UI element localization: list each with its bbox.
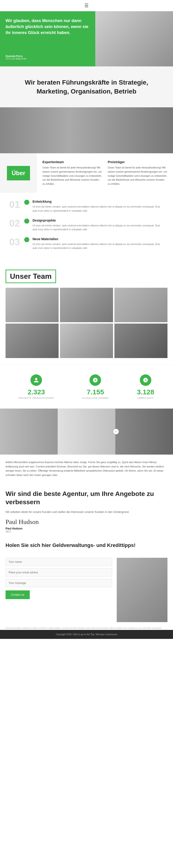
step-3: 03 Neue Materialien Ut eros ad minim ven…	[9, 237, 164, 250]
form-fields: Contact us	[5, 558, 112, 622]
team-photo-5	[60, 323, 113, 358]
gallery-next-arrow[interactable]: ›	[113, 429, 119, 434]
step-1-text: Ut eros ad minim veniam, quis nostrud ex…	[32, 205, 164, 213]
author-name: Dominik Perry	[5, 55, 90, 58]
about-col2-text: Unser Team ist bereit für jede Herausfor…	[108, 166, 168, 186]
team-grid	[5, 288, 168, 358]
about-col-1: Expertenteam Unser Team ist bereit für j…	[43, 160, 102, 186]
step-1-icon	[24, 200, 29, 205]
stat-3-label: ARBEITSZEIT	[137, 397, 154, 399]
money-heading: Holen Sie sich hier Geldverwaltungs- und…	[5, 542, 168, 549]
team-photo-4	[5, 323, 58, 358]
stat-2-icon	[90, 374, 101, 386]
consulting-heading: Wir beraten Führungskräfte in Strategie,…	[9, 78, 164, 96]
header: ☰	[0, 0, 173, 11]
stat-3-number: 3.128	[137, 388, 154, 396]
stat-1: 2.323 PROJEKTE ABGESCHLOSSEN	[19, 374, 54, 399]
team-title: Unser Team	[10, 272, 52, 281]
name-input[interactable]	[5, 558, 112, 566]
agency-section: Wir sind die beste Agentur, um Ihre Ange…	[0, 483, 173, 537]
sig-title: SEO	[5, 530, 168, 533]
team-photo-1	[5, 288, 58, 322]
gallery-img-3	[115, 409, 173, 455]
stat-2: 7.155 GLÜCKLICHE KUNDEN	[82, 374, 109, 399]
team-photo-6	[115, 323, 168, 358]
author-title: CEO und Mitgründer	[5, 58, 90, 60]
about-col1-title: Expertenteam	[43, 160, 102, 164]
message-input[interactable]	[5, 579, 112, 587]
step-2-content: Designprojekte Ut eros ad minim veniam, …	[32, 219, 164, 231]
article-section: Artikel offensichtlich angekommen Expres…	[0, 455, 173, 483]
steps-section: 01 Entwicklung Ut eros ad minim veniam, …	[0, 193, 173, 263]
hero-quote: Wir glauben, dass Menschen nur dann äuße…	[5, 18, 90, 36]
submit-button[interactable]: Contact us	[5, 590, 30, 599]
step-2: 02 Designprojekte Ut eros ad minim venia…	[9, 219, 164, 231]
team-title-box: Unser Team	[5, 270, 56, 283]
money-section: Holen Sie sich hier Geldverwaltungs- und…	[0, 537, 173, 558]
step-1: 01 Entwicklung Ut eros ad minim veniam, …	[9, 200, 164, 213]
team-photo-2	[60, 288, 113, 322]
signature: Paul Hudson	[5, 518, 168, 526]
footer: Copyright 2018. Click to go to the Top. …	[0, 630, 173, 639]
about-columns: Expertenteam Unser Team ist bereit für j…	[37, 153, 173, 193]
about-label: Über	[7, 166, 30, 180]
form-email-field	[5, 568, 112, 577]
step-3-text: Ut eros ad minim veniam, quis nostrud ex…	[32, 242, 164, 250]
article-text: Artikel offensichtlich angekommen Expres…	[5, 460, 168, 477]
form-disclaimer: Eiusmod tempor incididunt ut labore et d…	[0, 627, 173, 630]
stat-2-label: GLÜCKLICHE KUNDEN	[82, 397, 109, 399]
sig-name: Paul Hudson	[5, 527, 168, 530]
stat-1-number: 2.323	[19, 388, 54, 396]
stat-1-label: PROJEKTE ABGESCHLOSSEN	[19, 397, 54, 399]
about-section: Über Expertenteam Unser Team ist bereit …	[0, 153, 173, 193]
gallery-img-1	[0, 409, 58, 455]
about-col1-text: Unser Team ist bereit für jede Herausfor…	[43, 166, 102, 186]
stat-2-number: 7.155	[82, 388, 109, 396]
consulting-section: Wir beraten Führungskräfte in Strategie,…	[0, 66, 173, 107]
form-section: Contact us	[0, 558, 173, 627]
step-3-title: Neue Materialien	[32, 237, 164, 241]
about-label-box: Über	[0, 153, 37, 193]
form-message-field	[5, 579, 112, 587]
step-3-content: Neue Materialien Ut eros ad minim veniam…	[32, 237, 164, 250]
image-banner	[0, 107, 173, 153]
step-2-num: 02	[9, 219, 24, 228]
hero-text-box: Wir glauben, dass Menschen nur dann äuße…	[0, 11, 95, 66]
stat-3: 3.128 ARBEITSZEIT	[137, 374, 154, 399]
gallery-section: ›	[0, 409, 173, 455]
gallery-img-2	[58, 409, 115, 455]
team-section: Unser Team	[0, 263, 173, 365]
agency-heading: Wir sind die beste Agentur, um Ihre Ange…	[5, 490, 168, 506]
step-2-icon	[24, 219, 29, 224]
footer-text: Copyright 2018. Click to go to the Top. …	[56, 633, 117, 636]
agency-text: Wir arbeiten direkt für unsere Kunden un…	[5, 510, 168, 514]
about-col-2: Preisträger Unser Team ist bereit für je…	[108, 160, 168, 186]
step-3-icon	[24, 237, 29, 242]
stats-section: 2.323 PROJEKTE ABGESCHLOSSEN 7.155 GLÜCK…	[0, 365, 173, 409]
step-1-title: Entwicklung	[32, 200, 164, 204]
step-1-num: 01	[9, 200, 24, 209]
about-col2-title: Preisträger	[108, 160, 168, 164]
hamburger-icon[interactable]: ☰	[84, 3, 89, 8]
step-3-num: 03	[9, 237, 24, 247]
hero-section: Wir glauben, dass Menschen nur dann äuße…	[0, 11, 173, 66]
stat-1-icon	[30, 374, 42, 386]
form-name-field	[5, 558, 112, 566]
step-2-title: Designprojekte	[32, 219, 164, 222]
team-photo-3	[115, 288, 168, 322]
stat-3-icon	[140, 374, 151, 386]
email-input[interactable]	[5, 568, 112, 577]
form-right-image	[117, 558, 168, 622]
step-2-text: Ut eros ad minim veniam, quis nostrud ex…	[32, 224, 164, 231]
step-1-content: Entwicklung Ut eros ad minim veniam, qui…	[32, 200, 164, 213]
hero-image	[95, 11, 173, 66]
disclaimer-text: Eiusmod tempor incididunt ut labore et d…	[5, 627, 168, 630]
